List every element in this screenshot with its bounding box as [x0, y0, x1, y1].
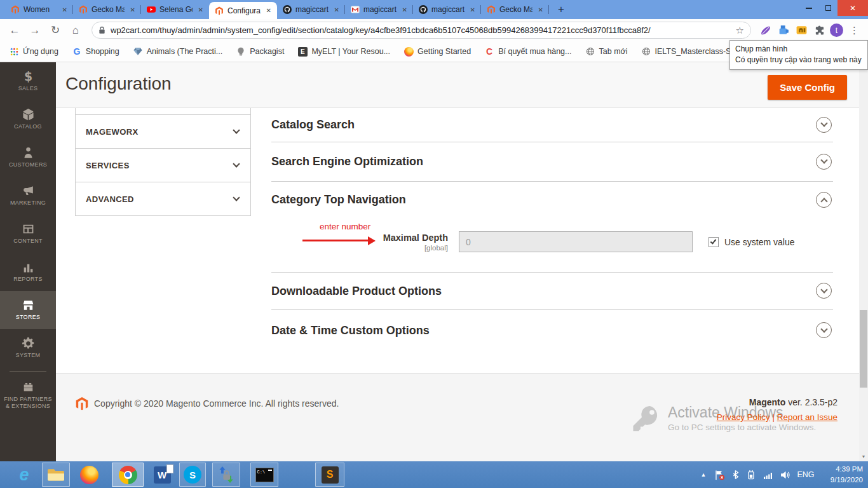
browser-tab-women[interactable]: Women ✕ [5, 0, 73, 19]
folder-icon [46, 466, 65, 483]
browser-tab-magiccart-theme[interactable]: magiccart/them ✕ [277, 0, 345, 19]
browser-tab-magiccart-invite[interactable]: magiccart invite ✕ [345, 0, 413, 19]
copyright-text: Copyright © 2020 Magento Commerce Inc. A… [94, 398, 339, 409]
section-category-top-navigation[interactable]: Category Top Navigation enter number Max… [271, 182, 833, 273]
url-text[interactable]: wp2cart.com/thuy/admin/admin/system_conf… [111, 25, 731, 35]
config-nav-advanced[interactable]: ADVANCED [76, 182, 250, 216]
config-nav-services[interactable]: SERVICES [76, 149, 250, 182]
tray-action-center[interactable] [712, 461, 727, 488]
sidebar-item-stores[interactable]: STORES [0, 291, 56, 329]
new-tab-button[interactable]: + [553, 1, 569, 18]
maximal-depth-label: Maximal Depth [271, 233, 448, 243]
window-maximize-button[interactable] [818, 0, 837, 16]
taskbar-skype[interactable]: S [179, 463, 206, 487]
bookmark-packagist[interactable]: Packagist [236, 46, 284, 57]
tab-close-icon[interactable]: ✕ [128, 6, 137, 14]
browser-toolbar: ← → ↻ ⌂ wp2cart.com/thuy/admin/admin/sys… [0, 19, 868, 41]
bookmark-apps[interactable]: Ứng dụng [9, 46, 58, 57]
tab-close-icon[interactable]: ✕ [264, 6, 273, 15]
browser-tab-gecko-magento[interactable]: Gecko Magento ✕ [73, 0, 141, 19]
privacy-policy-link[interactable]: Privacy Policy [717, 412, 770, 422]
scrollbar-down-arrow[interactable]: ▼ [859, 452, 868, 461]
sidebar-item-customers[interactable]: CUSTOMERS [0, 139, 56, 177]
browser-tab-magiccart-theme-2[interactable]: magiccart/them ✕ [413, 0, 481, 19]
chevron-down-circle-icon[interactable] [816, 322, 832, 338]
tray-network[interactable] [760, 461, 776, 488]
taskbar-firefox[interactable] [75, 463, 103, 487]
sidebar-item-catalog[interactable]: CATALOG [0, 100, 56, 139]
section-search-engine-optimization[interactable]: Search Engine Optimization [271, 142, 833, 182]
bookmark-getting-started[interactable]: Getting Started [403, 46, 471, 57]
tray-volume[interactable] [776, 461, 793, 488]
window-close-button[interactable]: ✕ [837, 0, 868, 16]
bookmark-animals[interactable]: Animals (The Practi... [133, 46, 222, 57]
forward-button[interactable]: → [27, 22, 43, 39]
save-config-button[interactable]: Save Config [768, 75, 847, 100]
taskbar-word[interactable]: W [147, 463, 177, 487]
bookmark-new-tab[interactable]: Tab mới [585, 46, 628, 57]
bookmark-shopping[interactable]: G Shopping [72, 46, 119, 57]
bookmark-ielts[interactable]: IELTS_Masterclass-S... [641, 46, 738, 57]
reload-button[interactable]: ↻ [47, 22, 64, 39]
tab-close-icon[interactable]: ✕ [332, 6, 341, 14]
tab-close-icon[interactable]: ✕ [468, 6, 477, 14]
browser-menu-icon[interactable]: ⋮ [847, 25, 862, 36]
yellow-extension-icon[interactable] [794, 24, 808, 37]
tab-close-icon[interactable]: ✕ [536, 6, 545, 14]
sidebar-item-system[interactable]: SYSTEM [0, 329, 56, 367]
chevron-down-circle-icon[interactable] [816, 154, 832, 170]
section-downloadable-product-options[interactable]: Downloadable Product Options [271, 273, 833, 310]
profile-avatar[interactable]: t [830, 24, 843, 37]
bookmark-myelt[interactable]: E MyELT | Your Resou... [297, 46, 390, 57]
blue-extension-icon[interactable] [776, 24, 790, 37]
window-minimize-button[interactable] [799, 0, 818, 16]
chevron-up-circle-icon[interactable] [816, 192, 832, 208]
tray-language[interactable]: ENG [793, 461, 818, 488]
tray-expand-button[interactable]: ▲ [696, 461, 710, 488]
taskbar-command-prompt[interactable]: C:\ [250, 463, 278, 487]
browser-tab-gecko-magento-2[interactable]: Gecko Magento ✕ [481, 0, 549, 19]
browser-tab-configuration-active[interactable]: Configuration / ✕ [209, 2, 277, 19]
home-button[interactable]: ⌂ [67, 22, 84, 39]
word-icon: W [154, 466, 171, 484]
scrollbar-thumb[interactable] [860, 310, 867, 388]
sidebar-item-content[interactable]: CONTENT [0, 215, 56, 253]
section-catalog-search[interactable]: Catalog Search [271, 108, 833, 142]
taskbar-internet-explorer[interactable]: e [10, 463, 38, 487]
chevron-down-circle-icon[interactable] [816, 117, 832, 133]
taskbar-file-explorer[interactable] [42, 463, 70, 487]
sidebar-item-marketing[interactable]: MARKETING [0, 177, 56, 215]
tab-close-icon[interactable]: ✕ [60, 6, 69, 14]
sidebar-item-reports[interactable]: REPORTS [0, 253, 56, 291]
page-scrollbar[interactable]: ▲ ▼ [859, 62, 868, 461]
tray-bluetooth[interactable] [728, 461, 742, 488]
chevron-down-circle-icon[interactable] [816, 283, 832, 299]
tray-battery[interactable] [743, 461, 759, 488]
bookmark-bi-quyet[interactable]: C Bí quyết mua hàng... [484, 46, 571, 57]
tab-close-icon[interactable]: ✕ [400, 6, 409, 14]
config-nav-mageworx[interactable]: MAGEWORX [76, 115, 250, 149]
taskbar-chrome-active[interactable] [112, 463, 144, 487]
back-button[interactable]: ← [6, 22, 23, 39]
screenshot-extension-icon[interactable] [759, 24, 773, 37]
maximal-depth-input[interactable] [459, 231, 693, 252]
footer-links: Privacy Policy | Report an Issue [717, 412, 837, 422]
tray-clock[interactable]: 4:39 PM 9/19/2020 [821, 461, 863, 488]
tab-close-icon[interactable]: ✕ [196, 6, 205, 14]
sidebar-item-sales[interactable]: SALES [0, 62, 56, 100]
taskbar-secure-transfer[interactable] [212, 463, 240, 487]
watermark-subtitle: Go to PC settings to activate Windows. [668, 423, 816, 432]
sidebar-item-find-partners[interactable]: FIND PARTNERS & EXTENSIONS [0, 374, 56, 416]
battery-icon [746, 470, 756, 480]
address-bar[interactable]: wp2cart.com/thuy/admin/admin/system_conf… [92, 22, 751, 39]
report-an-issue-link[interactable]: Report an Issue [777, 412, 837, 422]
sidebar-item-label: SYSTEM [14, 352, 43, 359]
tab-title: magiccart/them [295, 5, 329, 14]
extensions-puzzle-icon[interactable] [812, 24, 826, 37]
bookmark-star-icon[interactable]: ☆ [736, 25, 744, 36]
flag-icon [714, 470, 725, 480]
use-system-value-checkbox[interactable] [709, 237, 719, 247]
section-date-time-custom-options[interactable]: Date & Time Custom Options [271, 310, 833, 351]
taskbar-sublime-text[interactable]: S [315, 463, 344, 487]
browser-tab-selena-gomez[interactable]: Selena Gomez ✕ [141, 0, 209, 19]
